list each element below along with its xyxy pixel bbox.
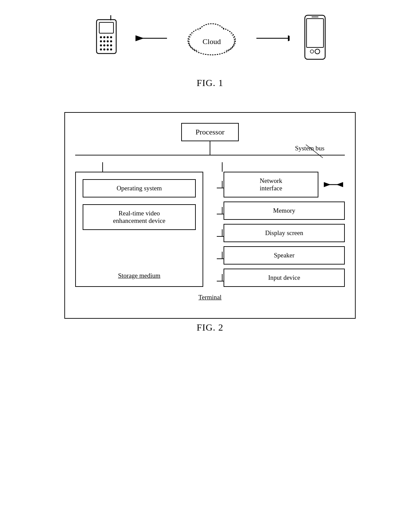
display-screen-box: Display screen [224, 224, 345, 242]
realtime-video-box: Real-time videoenhancement device [83, 204, 196, 230]
svg-point-11 [100, 44, 102, 46]
operating-system-box: Operating system [83, 179, 196, 197]
cloud-icon: Cloud [178, 17, 246, 61]
display-screen-row: Display screen [217, 224, 345, 242]
system-bus-line-icon [299, 143, 326, 158]
network-double-arrow-icon [321, 181, 345, 189]
arrow-left [134, 33, 168, 45]
arrow-right [256, 33, 290, 45]
svg-point-9 [107, 40, 109, 42]
terminal-label: Terminal [75, 294, 345, 301]
svg-point-16 [103, 48, 105, 50]
left-phone [90, 14, 124, 64]
svg-point-35 [310, 50, 314, 53]
fig1-diagram: Cloud [90, 14, 330, 64]
display-screen-label: Display screen [265, 229, 303, 236]
fig1-caption: FIG. 1 [196, 78, 223, 88]
input-device-row: Input device [217, 269, 345, 287]
memory-row: Memory [217, 202, 345, 220]
memory-box: Memory [224, 202, 345, 220]
input-device-label: Input device [268, 274, 300, 281]
operating-system-label: Operating system [117, 185, 162, 192]
svg-point-5 [107, 36, 109, 38]
svg-point-13 [107, 44, 109, 46]
network-arrow [321, 181, 345, 189]
storage-medium-box: Operating system Real-time videoenhancem… [75, 172, 203, 287]
svg-point-8 [103, 40, 105, 42]
right-components: Networkinterface [217, 172, 345, 287]
processor-vertical-line [210, 141, 210, 155]
storage-medium-label: Storage medium [83, 269, 196, 279]
svg-point-12 [103, 44, 105, 46]
svg-point-18 [110, 48, 112, 50]
terminal-box: Processor System bus O [64, 112, 356, 319]
fig2-section: Processor System bus O [0, 105, 420, 350]
realtime-video-label: Real-time videoenhancement device [113, 210, 166, 224]
right-column: Networkinterface [217, 162, 345, 287]
right-arrow-icon [256, 33, 290, 43]
right-phone-icon [300, 14, 330, 63]
right-phone [300, 14, 330, 64]
left-column: Operating system Real-time videoenhancem… [75, 162, 203, 287]
svg-point-17 [107, 48, 109, 50]
speaker-label: Speaker [274, 252, 294, 259]
columns-area: Operating system Real-time videoenhancem… [75, 162, 345, 287]
network-interface-row: Networkinterface [217, 172, 345, 197]
fig1-section: Cloud [0, 0, 420, 105]
system-bus-area: System bus [75, 155, 345, 155]
cloud-container: Cloud [178, 17, 246, 61]
svg-point-3 [100, 36, 102, 38]
speaker-box: Speaker [224, 246, 345, 265]
left-arrow-icon [134, 33, 168, 43]
processor-row: Processor [75, 123, 345, 141]
svg-point-10 [110, 40, 112, 42]
svg-point-14 [110, 44, 112, 46]
svg-point-4 [103, 36, 105, 38]
network-interface-box: Networkinterface [224, 172, 318, 197]
svg-point-15 [100, 48, 102, 50]
svg-point-7 [100, 40, 102, 42]
processor-box: Processor [181, 123, 239, 141]
speaker-row: Speaker [217, 246, 345, 265]
left-phone-icon [90, 14, 124, 63]
fig2-caption: FIG. 2 [196, 322, 223, 333]
left-vertical-connector [102, 162, 103, 172]
svg-line-37 [306, 145, 323, 158]
input-device-box: Input device [224, 269, 345, 287]
memory-label: Memory [273, 207, 295, 214]
svg-rect-33 [307, 19, 323, 47]
processor-label: Processor [195, 128, 225, 136]
svg-rect-2 [99, 22, 113, 33]
svg-text:Cloud: Cloud [203, 37, 221, 46]
svg-point-34 [315, 49, 320, 54]
right-vertical-connector [222, 162, 223, 172]
storage-medium-text: Storage medium [118, 272, 160, 279]
network-interface-label: Networkinterface [260, 177, 282, 192]
svg-point-6 [110, 36, 112, 38]
